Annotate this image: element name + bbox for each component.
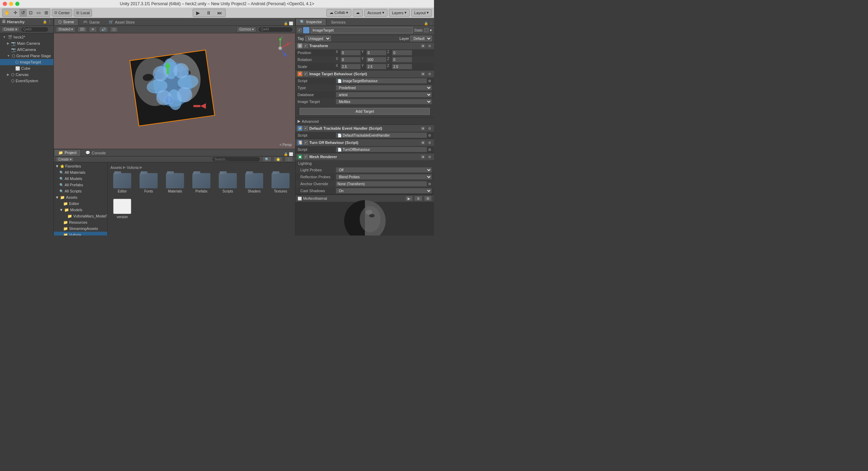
project-menu-button[interactable]: ⋮ [285,156,293,162]
material-play-button[interactable]: ▶ [405,196,413,201]
scale-z-input[interactable]: 2.5 [392,64,412,69]
file-prefabs[interactable]: Prefabs [190,172,213,195]
pause-button[interactable]: ⏸ [203,9,214,16]
turn-off-checkbox[interactable] [304,140,308,145]
all-prefabs-item[interactable]: 🔍 All Prefabs [54,182,107,188]
script-field[interactable]: 📄 ImageTargetBehaviour [336,78,427,84]
transform-header[interactable]: ⊞ Transform ⊞ ⚙ [295,42,434,49]
lighting-button[interactable]: ☀ [89,27,97,32]
account-button[interactable]: Account ▾ [364,9,387,17]
script-settings-button[interactable]: ⚙ [427,78,432,83]
pos-z-input[interactable]: 0 [392,50,412,55]
scale-x-input[interactable]: 2.5 [341,64,361,69]
inspector-lock-icon[interactable]: 🔒 [424,22,428,25]
hierarchy-item-arcamera[interactable]: ▶ 📷 ARCamera [0,46,53,53]
file-fonts[interactable]: Fonts [137,172,160,195]
anchor-override-field[interactable]: None (Transform) [336,181,427,187]
pos-x-input[interactable]: 0 [341,50,361,55]
project-create-button[interactable]: Create ▾ [56,157,74,162]
turn-off-script-field[interactable]: 📄 TurnOffBehaviour [336,147,427,152]
advanced-row[interactable]: ▶ Advanced [295,118,434,125]
tab-console[interactable]: 💬 Console [81,149,110,156]
type-select[interactable]: Predefined [336,85,432,91]
project-lock-icon[interactable]: 🔒 [284,152,288,156]
trackable-script-field[interactable]: 📄 DefaultTrackableEventHandler [336,132,427,138]
mesh-renderer-copy-button[interactable]: ⊞ [420,154,426,159]
scene-lock-icon[interactable]: 🔒 [284,22,288,25]
image-target-settings-button[interactable]: ⚙ [427,71,432,76]
scale-y-input[interactable]: 2.5 [366,64,386,69]
tab-scene[interactable]: ⬡ Scene [54,18,78,25]
turn-off-script-settings[interactable]: ⚙ [427,147,432,152]
layout-button[interactable]: Layout ▾ [411,9,432,17]
gizmos-dropdown[interactable]: Gizmos ▾ [237,27,256,32]
transform-settings-button[interactable]: ⚙ [427,43,432,48]
project-maximize-icon[interactable]: ⬜ [289,152,293,156]
trackable-settings-button[interactable]: ⚙ [427,126,432,131]
object-active-checkbox[interactable] [298,28,302,32]
rot-y-input[interactable]: 900 [366,57,386,62]
transform-checkbox[interactable] [304,44,308,48]
local-button[interactable]: ◎ Local [74,9,92,17]
turn-off-settings-button[interactable]: ⚙ [427,140,432,145]
trackable-copy-button[interactable]: ⊞ [420,126,426,131]
hierarchy-item-main-camera[interactable]: ▶ 📷 Main Camera [0,40,53,46]
fx-button[interactable]: ⬡ [110,27,118,32]
resources-folder[interactable]: ▶ 📁 Resources [54,219,107,225]
step-button[interactable]: ⏭ [215,9,225,16]
all-materials-item[interactable]: 🔍 All Materials [54,169,107,175]
reflection-probes-select[interactable]: Blend Probes [336,174,432,180]
project-find-button[interactable]: 🔍 [262,156,272,162]
scene-search-input[interactable] [258,27,293,32]
assets-folder[interactable]: ▼ 📁 Assets [54,194,107,200]
all-scripts-item[interactable]: 🔍 All Scripts [54,188,107,194]
editor-folder[interactable]: ▶ 📁 Editor [54,200,107,207]
inspector-menu-icon[interactable]: ⋮ [429,22,433,25]
static-checkbox[interactable] [424,28,428,32]
tab-inspector[interactable]: 🔍 Inspector [295,18,326,25]
file-materials[interactable]: Materials [163,172,187,195]
vuforiamars-folder[interactable]: ▶ 📁 VuforiaMars_ModelTarget [54,213,107,219]
minimize-button[interactable] [9,2,13,6]
cast-shadows-select[interactable]: On [336,188,432,194]
collab-button[interactable]: ☁ Collab ▾ [326,9,351,17]
object-name-input[interactable] [311,27,413,33]
image-target-copy-button[interactable]: ⊞ [420,71,426,76]
file-shaders[interactable]: Shaders [242,172,266,195]
turn-off-header[interactable]: 📜 Turn Off Behaviour (Script) ⊞ ⚙ [295,139,434,146]
tab-asset-store[interactable]: 🛒 Asset Store [104,18,139,25]
close-button[interactable] [3,2,7,6]
layer-select[interactable]: Default [410,36,432,41]
hierarchy-create-button[interactable]: Create ▾ [1,27,19,32]
default-trackable-header[interactable]: ⚡ Default Trackable Event Handler (Scrip… [295,125,434,132]
tab-project[interactable]: 📁 Project [54,149,81,156]
file-textures[interactable]: Textures [269,172,292,195]
play-button[interactable]: ▶ [193,9,203,16]
light-probes-select[interactable]: Off [336,167,432,173]
file-scripts[interactable]: Scripts [216,172,240,195]
2d-button[interactable]: 2D [77,27,87,32]
rect-tool-button[interactable]: ▭ [35,9,42,17]
maximize-button[interactable] [15,2,19,6]
hierarchy-item-eventsystem[interactable]: ▶ ⬡ EventSystem [0,78,53,84]
scale-tool-button[interactable]: ⊡ [27,9,34,17]
trackable-checkbox[interactable] [304,126,308,130]
anchor-settings-button[interactable]: ⚙ [427,181,432,186]
tab-services[interactable]: Services [326,18,350,25]
rot-z-input[interactable]: 0 [392,57,412,62]
tag-select[interactable]: Untagged [305,36,331,41]
hierarchy-item-canvas[interactable]: ▶ ⬡ Canvas [0,71,53,78]
material-settings-button[interactable]: ⚙ [424,196,432,201]
models-folder[interactable]: ▼ 📁 Models [54,207,107,213]
hierarchy-item-heck2[interactable]: ▼ 🎬 heck2* [0,34,53,40]
mesh-renderer-header[interactable]: ▣ Mesh Renderer ⊞ ⚙ [295,153,434,160]
move-tool-button[interactable]: ✛ [12,9,19,17]
hierarchy-lock-icon[interactable]: 🔒 [43,20,47,24]
turn-off-copy-button[interactable]: ⊞ [420,140,426,145]
image-target-header[interactable]: 🎯 Image Target Behaviour (Script) ⊞ ⚙ [295,70,434,77]
favorites-folder[interactable]: ▼ ⭐ Favorites [54,163,107,169]
hierarchy-search-input[interactable] [21,27,49,32]
mesh-renderer-checkbox[interactable] [304,155,308,159]
material-pause-button[interactable]: ⏸ [414,196,423,201]
pos-y-input[interactable]: 0 [366,50,386,55]
